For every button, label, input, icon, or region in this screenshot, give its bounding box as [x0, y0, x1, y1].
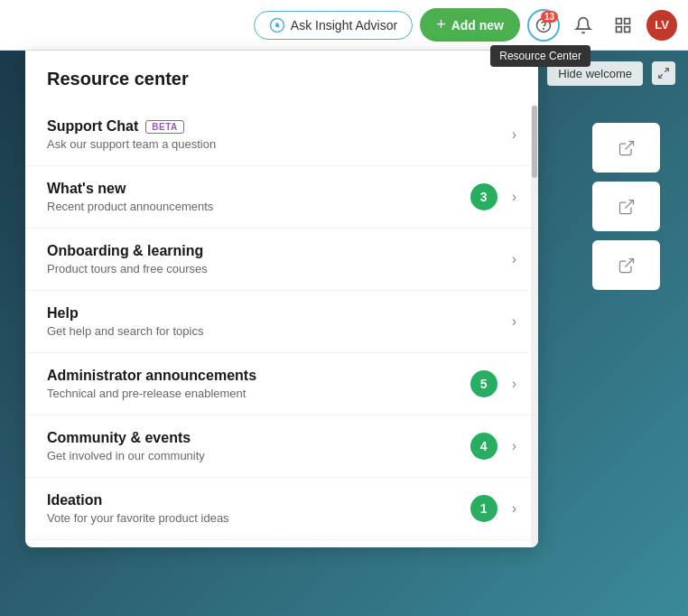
item-title-support-chat: Support ChatBETA — [47, 118, 507, 135]
avatar-initials: LV — [655, 18, 669, 32]
svg-line-12 — [625, 258, 633, 266]
add-new-button[interactable]: + Add new — [420, 8, 520, 42]
panel-item-ideation[interactable]: IdeationVote for your favorite product i… — [25, 478, 538, 540]
item-title-help: Help — [47, 305, 507, 322]
item-badge-whats-new: 3 — [470, 183, 497, 210]
apps-button[interactable] — [607, 9, 639, 42]
svg-point-1 — [275, 23, 280, 27]
collapse-button[interactable] — [652, 61, 675, 85]
scrollbar-thumb — [532, 106, 537, 178]
item-desc-help: Get help and search for topics — [47, 324, 507, 338]
svg-rect-4 — [617, 18, 622, 23]
item-title-whats-new: What's new — [47, 181, 470, 197]
hide-welcome-label: Hide welcome — [558, 67, 632, 80]
chevron-icon-onboarding: › — [512, 251, 516, 267]
item-desc-whats-new: Recent product announcements — [47, 200, 470, 213]
add-new-label: Add new — [451, 18, 504, 33]
item-title-onboarding: Onboarding & learning — [47, 243, 507, 259]
item-title-ideation: Ideation — [47, 492, 470, 509]
panel-scrollbar[interactable] — [531, 104, 538, 547]
chevron-icon-whats-new: › — [512, 189, 516, 205]
beta-badge: BETA — [145, 120, 183, 134]
chevron-icon-ideation: › — [512, 500, 516, 517]
card-1[interactable] — [592, 123, 660, 173]
resource-center-tooltip: Resource Center — [490, 45, 590, 67]
bell-icon — [574, 16, 592, 34]
card-3[interactable] — [592, 240, 660, 290]
item-badge-community: 4 — [470, 433, 497, 460]
card-2[interactable] — [592, 182, 660, 231]
item-badge-admin-announcements: 5 — [470, 370, 497, 397]
chevron-icon-help: › — [512, 313, 516, 330]
chevron-icon-support-chat: › — [512, 126, 516, 143]
chevron-icon-community: › — [512, 438, 516, 454]
panel-item-community[interactable]: Community & eventsGet involved in our co… — [25, 415, 538, 478]
notifications-button[interactable] — [567, 9, 600, 42]
svg-rect-7 — [617, 26, 622, 32]
item-desc-admin-announcements: Technical and pre-release enablement — [47, 387, 470, 400]
panel-item-whats-new[interactable]: What's newRecent product announcements3› — [25, 166, 538, 229]
topbar: Ask Insight Advisor + Add new 13 LV — [0, 0, 688, 51]
notification-badge: 13 — [541, 11, 558, 23]
resource-center-button[interactable]: 13 — [527, 9, 560, 42]
item-desc-support-chat: Ask our support team a question — [47, 137, 507, 151]
panel-title: Resource center — [25, 51, 538, 104]
panel-item-onboarding[interactable]: Onboarding & learningProduct tours and f… — [25, 229, 538, 291]
resource-center-panel: Resource center Support ChatBETAAsk our … — [25, 51, 538, 547]
panel-item-support-chat[interactable]: Support ChatBETAAsk our support team a q… — [25, 104, 538, 166]
insight-advisor-label: Ask Insight Advisor — [291, 18, 397, 33]
svg-line-9 — [659, 74, 663, 78]
svg-line-11 — [625, 200, 633, 208]
external-link-icon-2 — [618, 198, 636, 216]
external-link-icon — [618, 139, 636, 157]
insight-advisor-icon — [269, 17, 285, 33]
svg-rect-5 — [625, 18, 630, 23]
panel-item-admin-announcements[interactable]: Administrator announcementsTechnical and… — [25, 353, 538, 415]
insight-advisor-button[interactable]: Ask Insight Advisor — [254, 11, 413, 40]
item-title-community: Community & events — [47, 430, 470, 446]
item-desc-ideation: Vote for your favorite product ideas — [47, 511, 470, 525]
panel-item-help[interactable]: HelpGet help and search for topics› — [25, 291, 538, 353]
item-badge-ideation: 1 — [470, 495, 497, 522]
svg-rect-6 — [625, 26, 630, 32]
avatar[interactable]: LV — [646, 10, 677, 41]
grid-icon — [614, 16, 632, 34]
plus-icon: + — [436, 15, 446, 34]
item-title-admin-announcements: Administrator announcements — [47, 368, 470, 384]
chevron-icon-admin-announcements: › — [512, 376, 516, 392]
panel-items-list: Support ChatBETAAsk our support team a q… — [25, 104, 538, 547]
item-desc-onboarding: Product tours and free courses — [47, 262, 507, 275]
svg-point-3 — [544, 28, 544, 29]
collapse-icon — [657, 67, 670, 79]
svg-line-8 — [665, 69, 668, 72]
item-desc-community: Get involved in our community — [47, 449, 470, 462]
side-cards-area — [592, 123, 674, 290]
panel-scroll-wrapper: Support ChatBETAAsk our support team a q… — [25, 104, 538, 547]
external-link-icon-3 — [618, 257, 636, 275]
svg-line-10 — [625, 141, 633, 149]
